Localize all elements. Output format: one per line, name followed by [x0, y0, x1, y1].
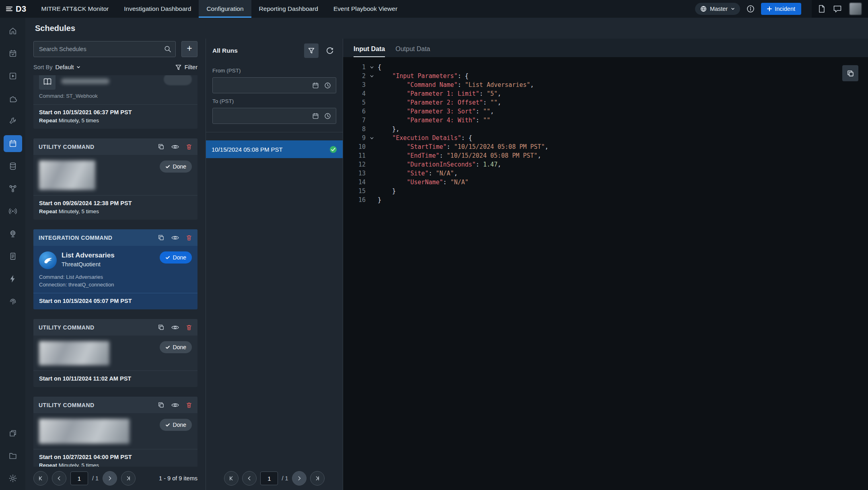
info-button[interactable]: [747, 5, 755, 13]
page-total-label: / 1: [92, 475, 99, 482]
code-text: "Site": "N/A",: [378, 169, 458, 178]
copy-schedule-button[interactable]: [158, 143, 165, 150]
page-number-input[interactable]: [70, 471, 88, 485]
code-text: },: [378, 125, 399, 134]
code-text: "Command Name": "List Adversaries",: [378, 80, 534, 89]
site-selector-master[interactable]: Master: [695, 3, 740, 15]
sidebar-item-playbook[interactable]: [4, 68, 22, 84]
clock-icon: [324, 82, 331, 89]
runs-refresh-button[interactable]: [323, 44, 336, 57]
copy-schedule-button[interactable]: [158, 234, 165, 241]
items-summary: 1 - 9 of 9 items: [159, 475, 197, 482]
nav-item-reporting-dashboard[interactable]: Reporting Dashboard: [251, 0, 326, 18]
line-number: 1: [343, 63, 366, 72]
sidebar-item-monitor[interactable]: [4, 45, 22, 62]
schedules-toolbar: +: [25, 39, 206, 57]
sidebar-item-utility-commands[interactable]: [4, 113, 22, 130]
schedules-filter-button[interactable]: Filter: [175, 64, 197, 70]
last-page-button[interactable]: [310, 471, 325, 486]
prev-page-button[interactable]: [52, 471, 66, 486]
sidebar-item-identity[interactable]: [4, 293, 22, 310]
status-badge: Done: [160, 419, 192, 431]
from-date-input[interactable]: [212, 77, 336, 93]
sidebar-item-event-intake[interactable]: [4, 203, 22, 220]
line-number: 13: [343, 169, 366, 178]
code-text: "UserName": "N/A": [378, 178, 469, 187]
code-text: "Execution Details": {: [378, 134, 472, 142]
fold-spacer: [366, 125, 378, 134]
sidebar-item-sites[interactable]: [4, 225, 22, 242]
next-page-button[interactable]: [103, 471, 117, 486]
copy-schedule-button[interactable]: [158, 401, 165, 408]
sidebar-item-automation[interactable]: [4, 270, 22, 287]
new-incident-button[interactable]: Incident: [761, 3, 801, 15]
app-root: D3 MITRE ATT&CK Monitor Investigation Da…: [0, 0, 868, 490]
schedule-card-webhook[interactable]: Command: ST_Webhook Start on 10/15/2021 …: [33, 75, 197, 129]
nav-item-investigation-dashboard[interactable]: Investigation Dashboard: [116, 0, 199, 18]
clock-icon: [324, 113, 331, 119]
sidebar-item-home[interactable]: [4, 23, 22, 39]
copy-schedule-button[interactable]: [158, 324, 165, 331]
globe-stand-icon: [8, 229, 17, 238]
prev-page-button[interactable]: [242, 471, 257, 486]
view-schedule-button[interactable]: [171, 402, 179, 408]
nav-item-event-playbook-viewer[interactable]: Event Playbook Viewer: [326, 0, 405, 18]
run-row-selected[interactable]: 10/15/2024 05:08 PM PST: [206, 140, 343, 158]
sidebar-item-schedules[interactable]: [4, 135, 22, 152]
status-badge: Done: [160, 251, 192, 264]
fold-spacer: [366, 169, 378, 178]
nav-item-configuration[interactable]: Configuration: [199, 0, 251, 18]
fold-caret-icon[interactable]: [366, 63, 378, 72]
line-number: 12: [343, 160, 366, 169]
sidebar-item-integrations[interactable]: [4, 90, 22, 107]
copy-code-button[interactable]: [842, 65, 858, 81]
file-button[interactable]: [818, 5, 825, 13]
tab-input-data[interactable]: Input Data: [354, 45, 385, 57]
fold-caret-icon[interactable]: [366, 72, 378, 80]
sidebar-item-windows[interactable]: [4, 425, 22, 442]
runs-pagination: / 1: [206, 467, 343, 490]
next-page-button[interactable]: [292, 471, 306, 486]
delete-schedule-button[interactable]: [186, 234, 192, 241]
first-page-button[interactable]: [224, 471, 239, 486]
code-text: "Parameter 1: Limit": "5",: [378, 89, 501, 98]
schedule-card-utility-3[interactable]: UTILITY COMMAND: [33, 397, 197, 467]
chat-button[interactable]: [833, 5, 841, 12]
line-number: 10: [343, 142, 366, 151]
view-schedule-button[interactable]: [171, 325, 179, 330]
card-connection: Connection: threatQ_connection: [39, 282, 192, 288]
tab-output-data[interactable]: Output Data: [395, 45, 430, 57]
calendar-icon: [8, 139, 17, 148]
sort-dropdown[interactable]: Default: [56, 64, 80, 70]
check-icon: [165, 255, 170, 260]
schedule-card-utility-1[interactable]: UTILITY COMMAND: [33, 138, 197, 220]
view-schedule-button[interactable]: [171, 235, 179, 241]
sidebar-item-connections[interactable]: [4, 180, 22, 197]
nav-item-mitre-attck-monitor[interactable]: MITRE ATT&CK Monitor: [34, 0, 117, 18]
last-page-button[interactable]: [121, 471, 136, 486]
sidebar-item-data-management[interactable]: [4, 158, 22, 175]
fold-spacer: [366, 151, 378, 160]
page-number-input[interactable]: [260, 471, 278, 485]
d3-logo[interactable]: D3: [0, 4, 34, 14]
sidebar-item-settings[interactable]: [4, 470, 22, 487]
delete-schedule-button[interactable]: [186, 143, 192, 150]
search-input[interactable]: [33, 41, 176, 57]
to-date-input[interactable]: [212, 108, 336, 124]
delete-schedule-button[interactable]: [186, 401, 192, 408]
runs-filter-button[interactable]: [304, 43, 319, 58]
fold-spacer: [366, 142, 378, 151]
sidebar-item-reports[interactable]: [4, 248, 22, 265]
schedule-card-list-adversaries[interactable]: INTEGRATION COMMAND: [33, 229, 197, 309]
user-avatar[interactable]: [849, 3, 862, 15]
sidebar-item-file-manager[interactable]: [4, 447, 22, 464]
view-schedule-button[interactable]: [171, 144, 179, 150]
first-page-button[interactable]: [33, 471, 48, 486]
add-schedule-button[interactable]: +: [181, 41, 197, 57]
card-repeat: Repeat Minutely, 5 times: [39, 208, 192, 214]
delete-schedule-button[interactable]: [186, 324, 192, 331]
fold-caret-icon[interactable]: [366, 134, 378, 142]
schedule-card-utility-2[interactable]: UTILITY COMMAND: [33, 319, 197, 387]
first-page-icon: [228, 476, 234, 481]
schedules-pagination: / 1 1 - 9 of 9 items: [25, 467, 206, 490]
